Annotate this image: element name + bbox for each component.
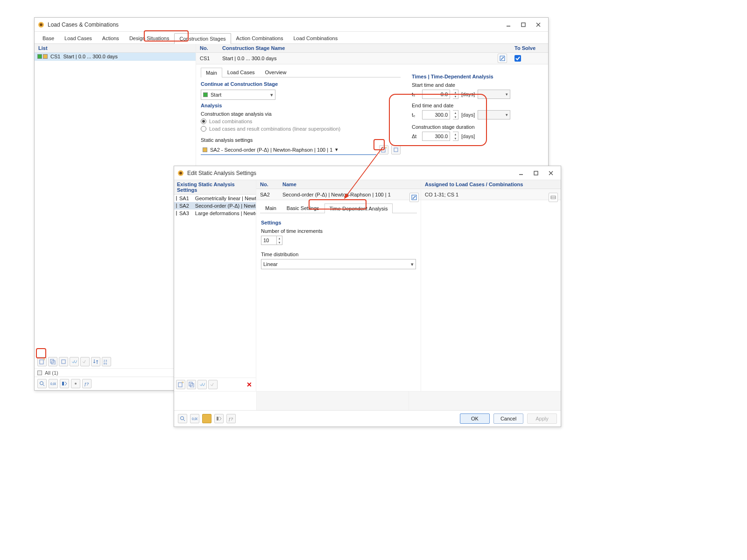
- svg-rect-3: [521, 23, 525, 27]
- time-dist-combo[interactable]: Linear ▾: [261, 259, 416, 269]
- te-input[interactable]: 300.0: [422, 110, 450, 119]
- dot-icon[interactable]: [71, 379, 80, 388]
- svg-rect-15: [62, 382, 64, 385]
- row-solve[interactable]: [511, 53, 548, 64]
- close-button[interactable]: [544, 168, 558, 179]
- check-icon[interactable]: [70, 357, 79, 366]
- sort-icon[interactable]: [91, 357, 100, 366]
- radio-load-cases-linear[interactable]: Load cases and result combinations (line…: [201, 126, 401, 132]
- sas-item-sa3[interactable]: SA3 Large deformations | Newton-: [174, 210, 256, 217]
- te-spinner[interactable]: ▲▼: [453, 110, 458, 119]
- row-name[interactable]: Start | 0.0 ... 300.0 days: [218, 53, 511, 64]
- subtab-main[interactable]: Main: [201, 68, 222, 77]
- tab-load-combinations[interactable]: Load Combinations: [288, 33, 343, 43]
- chevron-down-icon: ▾: [335, 147, 338, 153]
- analysis-label: Analysis: [201, 103, 401, 108]
- row-no: SA2: [256, 192, 279, 197]
- w2-mid-pane: No. Name SA2 Second-order (P-Δ) | Newton…: [256, 180, 421, 391]
- assigned-edit-icon[interactable]: [549, 193, 558, 202]
- left-toolbar: 2 38 6 ✕: [35, 355, 196, 368]
- time-dist-value: Linear: [263, 261, 278, 267]
- svg-rect-20: [394, 148, 398, 152]
- settings-icon[interactable]: [60, 379, 69, 388]
- sas-combo[interactable]: SA2 - Second-order (P-Δ) | Newton-Raphso…: [201, 145, 376, 155]
- sas-new-icon[interactable]: [379, 145, 388, 154]
- copy2-icon[interactable]: [59, 357, 68, 366]
- delete-button[interactable]: ✕: [245, 381, 254, 388]
- svg-line-13: [43, 385, 44, 386]
- tab-base[interactable]: Base: [37, 33, 59, 43]
- find-icon[interactable]: [178, 414, 187, 423]
- sas-item-sa1[interactable]: SA1 Geometrically linear | Newton-: [174, 195, 256, 202]
- svg-point-12: [40, 382, 43, 385]
- dt-spinner[interactable]: ▲▼: [453, 132, 458, 141]
- minimize-button[interactable]: [501, 19, 515, 30]
- continue-combo[interactable]: Start ▾: [201, 90, 275, 100]
- num-increments-spinner[interactable]: ▲▼: [277, 236, 282, 245]
- main-tabs: Base Load Cases Actions Design Situation…: [35, 32, 548, 44]
- svg-point-16: [75, 383, 77, 385]
- subtab-basic-settings[interactable]: Basic Settings: [282, 203, 324, 213]
- copy-icon[interactable]: [48, 357, 57, 366]
- list-item-cs1[interactable]: CS1 Start | 0.0 ... 300.0 days: [35, 53, 196, 61]
- col-solve-header: To Solve: [511, 44, 548, 52]
- radio-load-combinations[interactable]: Load combinations: [201, 119, 401, 124]
- maximize-button[interactable]: [516, 19, 530, 30]
- new-icon[interactable]: [176, 380, 185, 389]
- subtab-overview[interactable]: Overview: [260, 67, 292, 77]
- svg-rect-24: [534, 171, 538, 175]
- row-no: CS1: [196, 53, 218, 64]
- tab-actions[interactable]: Actions: [97, 33, 124, 43]
- te-date-combo[interactable]: ▾: [478, 110, 510, 119]
- tab-construction-stages[interactable]: Construction Stages: [174, 33, 231, 44]
- ts-input[interactable]: 0.0: [422, 90, 450, 99]
- col-name-header: Construction Stage Name: [218, 44, 511, 52]
- copy-icon[interactable]: [187, 380, 196, 389]
- filter-bar[interactable]: All (1) ▾: [35, 368, 196, 377]
- subtab-time-dependent[interactable]: Time-Dependent Analysis: [324, 203, 393, 213]
- app-icon: [177, 169, 184, 177]
- svg-text:0,00: 0,00: [192, 417, 197, 420]
- fx-icon[interactable]: ƒ?: [82, 379, 92, 388]
- close-button[interactable]: [531, 19, 545, 30]
- units-icon[interactable]: 0,00: [49, 379, 58, 388]
- minimize-button[interactable]: [514, 168, 528, 179]
- new-icon[interactable]: [37, 357, 47, 366]
- maximize-button[interactable]: [529, 168, 543, 179]
- subtab-main[interactable]: Main: [260, 203, 282, 213]
- row-name[interactable]: Second-order (P-Δ) | Newton-Raphson | 10…: [279, 192, 421, 197]
- fx-icon[interactable]: ƒ?: [226, 414, 236, 423]
- tab-load-cases[interactable]: Load Cases: [59, 33, 97, 43]
- edit-icon[interactable]: [498, 54, 507, 63]
- svg-rect-36: [217, 417, 218, 420]
- checkall-icon[interactable]: [197, 380, 207, 389]
- sas-item-sa2[interactable]: SA2 Second-order (P-Δ) | Newton-R: [174, 202, 256, 210]
- tab-design-situations[interactable]: Design Situations: [124, 33, 175, 43]
- uncheckall-icon[interactable]: [208, 380, 218, 389]
- renumber-icon[interactable]: 2 38 6: [102, 357, 111, 366]
- sas-edit-icon[interactable]: [391, 145, 401, 154]
- color-icon[interactable]: [202, 414, 211, 423]
- subtab-load-cases[interactable]: Load Cases: [222, 67, 260, 77]
- tab-action-combinations[interactable]: Action Combinations: [231, 33, 289, 43]
- edit-icon[interactable]: [409, 193, 419, 202]
- ok-button[interactable]: OK: [460, 413, 490, 424]
- ts-date-combo[interactable]: ▾: [478, 90, 510, 99]
- uncheck-icon[interactable]: [80, 357, 90, 366]
- left-list-pane: List CS1 Start | 0.0 ... 300.0 days 2 38…: [35, 44, 196, 390]
- num-increments-input[interactable]: 10: [261, 236, 277, 245]
- times-title: Times | Time-Dependent Analysis: [412, 74, 514, 79]
- find-icon[interactable]: [37, 379, 47, 388]
- edit-static-analysis-window: Edit Static Analysis Settings Existing S…: [174, 166, 561, 427]
- check-icon[interactable]: [514, 55, 521, 62]
- dt-input[interactable]: 300.0: [422, 132, 450, 141]
- settings-icon[interactable]: [214, 414, 224, 423]
- color-swatch: [203, 147, 207, 152]
- cancel-button[interactable]: Cancel: [493, 413, 523, 424]
- apply-button[interactable]: Apply: [527, 413, 557, 424]
- units-icon[interactable]: 0,00: [190, 414, 199, 423]
- ts-spinner[interactable]: ▲▼: [453, 90, 458, 99]
- filter-label: All (1): [45, 370, 58, 376]
- bottom-toolbar: 0,00 ƒ?: [35, 377, 196, 390]
- list-item-code: CS1: [50, 54, 60, 59]
